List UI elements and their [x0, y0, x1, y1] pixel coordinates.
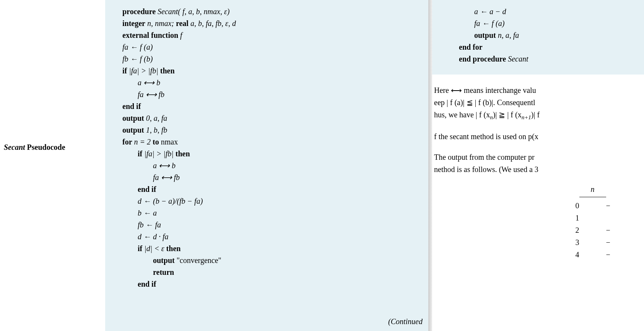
code-line: integer n, nmax; real a, b, fa, fb, ε, d [122, 18, 413, 29]
table-row: 1 [541, 212, 644, 224]
right-code-block: a ← a − d fa ← f (a) output n, a, fa end… [432, 0, 644, 75]
table-cell-n: 4 [572, 248, 583, 261]
code-line: a ⟷ b [122, 77, 413, 89]
text-line: eep | f (a)| ≦ | f (b)|. Consequentl [434, 96, 644, 109]
pseudocode-block: procedure Secant( f, a, b, nmax, ε) inte… [105, 0, 428, 331]
code-line: procedure Secant( f, a, b, nmax, ε) [122, 6, 413, 18]
code-line: fa ← f (a) [122, 41, 413, 53]
code-line: output 1, b, fb [122, 124, 413, 136]
code-line: for n = 2 to nmax [122, 136, 413, 148]
table-row: 3− [541, 236, 644, 248]
continued-marker: (Continued [388, 316, 423, 327]
code-line: fa ⟷ fb [122, 172, 413, 183]
code-line: fb ← fa [122, 219, 413, 231]
code-line: if |fa| > |fb| then [122, 148, 413, 160]
table-cell-n: 1 [572, 212, 583, 224]
code-line: a ⟷ b [122, 160, 413, 172]
table-row: 2− [541, 224, 644, 236]
label-italic: Secant [4, 143, 25, 151]
table-cell-v: − [606, 248, 614, 261]
table-cell-v [606, 212, 614, 224]
code-line: output 0, a, fa [122, 112, 413, 124]
text-line: hus, we have | f (xn)| ≧ | f (xn+1)| f [434, 109, 644, 122]
table-cell-v: − [606, 224, 614, 236]
code-line: output "convergence" [122, 255, 413, 266]
code-line: end if [122, 183, 413, 195]
table-rule [579, 197, 606, 197]
text-line: nethod is as follows. (We used a 3 [434, 163, 644, 175]
table-cell-v: − [606, 200, 614, 212]
text-line: Here ⟷ means interchange valu [434, 84, 644, 96]
code-line: fb ← f (b) [122, 53, 413, 65]
table-cell-n: 2 [572, 224, 583, 236]
code-line: output n, a, fa [444, 29, 644, 41]
code-line: if |fa| > |fb| then [122, 65, 413, 77]
code-line: return [122, 266, 413, 278]
right-body-text: Here ⟷ means interchange valu eep | f (a… [432, 75, 644, 261]
code-line: external function f [122, 29, 413, 41]
table-row: 4− [541, 248, 644, 261]
code-line: fa ⟷ fb [122, 89, 413, 101]
code-line: end if [122, 101, 413, 112]
table-cell-n: 3 [572, 236, 583, 248]
results-table: n 0−12−3−4− [434, 183, 644, 261]
left-margin-area: Secant Pseudocode [0, 0, 105, 331]
label-rest: Pseudocode [25, 143, 65, 151]
code-line: d ← d · fa [122, 231, 413, 243]
code-line: fa ← f (a) [444, 18, 644, 29]
table-cell-n: 0 [572, 200, 583, 212]
section-label: Secant Pseudocode [4, 141, 99, 153]
table-header: n [541, 183, 644, 197]
table-cell-v: − [606, 236, 614, 248]
code-block: procedure Secant( f, a, b, nmax, ε) inte… [122, 6, 413, 290]
code-line: end if [122, 278, 413, 290]
table-row: 0− [541, 200, 644, 212]
code-line: b ← a [122, 207, 413, 219]
page-gutter [428, 0, 432, 331]
right-column: a ← a − d fa ← f (a) output n, a, fa end… [432, 0, 644, 331]
text-line: f the secant method is used on p(x [434, 130, 644, 143]
code-line: end for [444, 41, 644, 53]
text-line: The output from the computer pr [434, 151, 644, 163]
code-line: if |d| < ε then [122, 243, 413, 255]
code-line: d ← (b − a)/(fb − fa) [122, 195, 413, 207]
code-line: a ← a − d [444, 6, 644, 18]
code-line: end procedure Secant [444, 53, 644, 65]
